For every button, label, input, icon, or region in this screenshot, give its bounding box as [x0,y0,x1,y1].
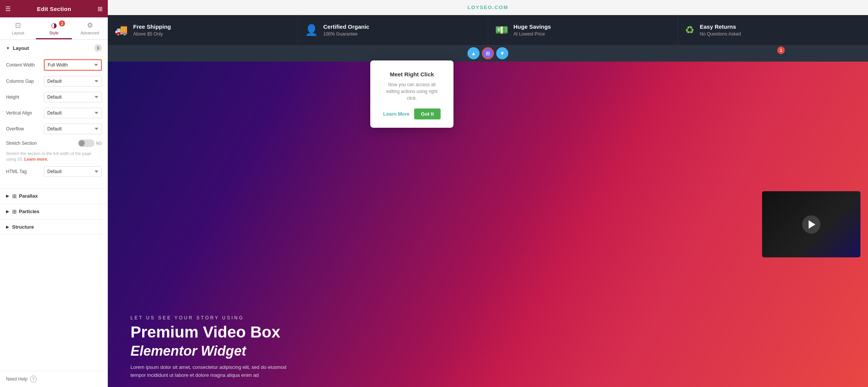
particles-section-group: ▶ ⊞ Particles [0,204,108,220]
tab-style[interactable]: ◑ Style 2 [36,17,72,39]
particles-arrow-icon: ▶ [6,209,9,214]
feature-card-3: ♻ Easy Returns No Questions Asked [678,15,868,45]
feature-card-1: 👤 Certified Organic 100% Guarantee [298,15,488,45]
stretch-section-row: Stretch Section NO [6,139,102,147]
returns-title: Easy Returns [700,23,741,30]
particles-section-icon: ⊞ [12,209,17,215]
vertical-align-label: Vertical Align [6,110,44,116]
panel-content: ▼ Layout 3 Content Width Full Width Boxe… [0,40,108,371]
panel-tabs: ⊡ Layout ◑ Style 2 ⚙ Advanced [0,17,108,40]
content-width-label: Content Width [6,62,44,68]
parallax-arrow-icon: ▶ [6,194,9,198]
add-column-btn[interactable]: ▲ [467,47,480,59]
certified-icon: 👤 [305,24,318,36]
structure-header[interactable]: ▶ Structure [0,220,108,234]
tab-advanced-label: Advanced [81,31,99,35]
stretch-section-toggle[interactable] [78,139,95,147]
popup-box: Meet Right Click Now you can access all … [370,60,453,128]
structure-arrow-icon: ▶ [6,225,9,229]
free-shipping-subtitle: Above $5 Only [133,31,171,37]
returns-subtitle: No Questions Asked [700,31,741,37]
panel-header: ☰ Edit Section ⊞ [0,0,108,17]
got-it-button[interactable]: Got It [414,108,441,119]
particles-label: Particles [19,209,39,214]
columns-gap-select[interactable]: Default No Gap Narrow [44,76,102,87]
structure-section-group: ▶ Structure [0,220,108,235]
style-tab-icon: ◑ [51,21,57,29]
savings-subtitle: At Lowest Price [514,31,551,37]
stretch-section-label: Stretch Section [6,141,78,146]
style-tab-badge: 2 [59,20,65,26]
layout-arrow-icon: ▼ [6,46,10,50]
parallax-section-group: ▶ ⊞ Parallax [0,189,108,204]
overflow-row: Overflow Default Hidden [6,124,102,134]
hero-title-italic: Elementor Widget [130,343,739,359]
learn-more-button[interactable]: Learn More [383,111,410,117]
tab-layout[interactable]: ⊡ Layout [0,17,36,39]
feature-card-0: 🚚 Free Shipping Above $5 Only [108,15,298,45]
layout-form: Content Width Full Width Boxed Columns G… [0,56,108,188]
grid-icon[interactable]: ⊞ [98,5,102,12]
features-bar: 🚚 Free Shipping Above $5 Only 👤 Certifie… [108,15,868,45]
hero-right [755,62,868,387]
help-icon[interactable]: ? [30,376,37,382]
layout-tab-icon: ⊡ [15,21,21,29]
left-panel: ☰ Edit Section ⊞ ⊡ Layout ◑ Style 2 ⚙ Ad… [0,0,108,387]
feature-text-2: Huge Savings At Lowest Price [514,23,551,37]
overflow-label: Overflow [6,126,44,132]
layout-section-header[interactable]: ▼ Layout 3 [0,40,108,56]
popup-title: Meet Right Click [382,71,442,77]
tab-advanced[interactable]: ⚙ Advanced [72,17,108,39]
canvas-area: LOYSEO.COM 🚚 Free Shipping Above $5 Only… [108,0,868,387]
free-shipping-icon: 🚚 [115,24,128,36]
panel-footer: Need Help ? [0,371,108,387]
overflow-select[interactable]: Default Hidden [44,124,102,134]
move-down-btn[interactable]: ▼ [496,47,508,59]
grid-edit-btn[interactable]: ⊞ [482,47,494,59]
layout-section-title: Layout [13,45,29,51]
content-width-row: Content Width Full Width Boxed [6,59,102,71]
free-shipping-title: Free Shipping [133,23,171,30]
feature-text-0: Free Shipping Above $5 Only [133,23,171,37]
learn-more-link[interactable]: Learn more. [24,157,48,161]
hero-section: LET US SEE YOUR STORY USING Premium Vide… [108,62,868,387]
tab-layout-label: Layout [12,31,24,35]
html-tag-row: HTML Tag Default header main [6,166,102,177]
certified-title: Certified Organic [323,23,370,30]
hero-description: Lorem ipsum dolor sit amet, consectetur … [130,364,289,379]
columns-gap-label: Columns Gap [6,79,44,84]
certified-subtitle: 100% Guarantee [323,31,370,37]
section-controls: ▲ ⊞ ▼ 1 [108,45,868,62]
stretch-section-value: NO [96,141,102,146]
hamburger-icon[interactable]: ☰ [5,5,11,12]
popup-actions: Learn More Got It [382,108,442,119]
panel-title: Edit Section [37,6,71,12]
layout-section-group: ▼ Layout 3 Content Width Full Width Boxe… [0,40,108,189]
advanced-tab-icon: ⚙ [87,21,93,29]
need-help-text: Need Help [6,376,28,382]
savings-icon: 💵 [495,24,508,36]
content-width-select[interactable]: Full Width Boxed [44,59,102,71]
vertical-align-select[interactable]: Default Top Middle [44,108,102,118]
play-button[interactable] [802,215,820,234]
parallax-section-icon: ⊞ [12,193,17,199]
vertical-align-row: Vertical Align Default Top Middle [6,108,102,118]
height-label: Height [6,94,44,100]
particles-header[interactable]: ▶ ⊞ Particles [0,204,108,219]
parallax-label: Parallax [19,193,38,199]
hero-title: Premium Video Box [130,324,739,341]
toggle-knob [79,140,85,146]
stretch-hint: Stretch the section to the full width of… [6,151,102,163]
savings-title: Huge Savings [514,23,551,30]
canvas-topbar: LOYSEO.COM [108,0,868,15]
html-tag-label: HTML Tag [6,169,44,174]
structure-label: Structure [12,224,34,230]
video-thumbnail[interactable] [762,191,860,257]
html-tag-select[interactable]: Default header main [44,166,102,177]
height-select[interactable]: Default Fit To Screen [44,92,102,102]
returns-icon: ♻ [685,24,694,36]
parallax-header[interactable]: ▶ ⊞ Parallax [0,189,108,204]
controls-badge: 1 [777,46,785,54]
tab-style-label: Style [49,31,58,35]
layout-section-badge: 3 [94,44,102,52]
